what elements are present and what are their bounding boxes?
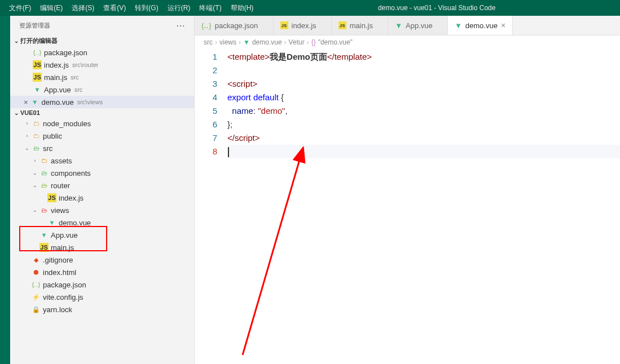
- js-icon: JS: [33, 73, 42, 82]
- breadcrumb-item[interactable]: ▼demo.vue: [243, 38, 282, 46]
- breadcrumb-label: src: [204, 38, 213, 46]
- editor-tab[interactable]: JSmain.js×: [332, 16, 388, 35]
- tree-label: .gitignore: [43, 256, 73, 264]
- breadcrumb-item[interactable]: Vetur: [289, 38, 305, 46]
- tree-label: router: [51, 181, 70, 190]
- editor-tab[interactable]: {‥}package.json×: [195, 16, 274, 35]
- line-number: 4: [195, 91, 217, 104]
- editor-tab[interactable]: ▼App.vue×: [388, 16, 448, 35]
- tree-file[interactable]: {‥}package.json: [10, 278, 194, 291]
- editor-tabs: {‥}package.json×JSindex.js×JSmain.js×▼Ap…: [195, 16, 620, 35]
- tree-folder[interactable]: ⌄🗁src: [10, 142, 194, 154]
- tree-label: demo.vue: [59, 219, 91, 227]
- tree-label: src: [43, 144, 52, 153]
- code-line[interactable]: <script>: [227, 77, 620, 91]
- code-line[interactable]: <template>我是Demo页面</template>: [227, 50, 620, 64]
- line-gutter: 12345678: [195, 49, 227, 364]
- lock-icon: 🔒: [32, 305, 41, 314]
- vue-icon: ▼: [39, 230, 49, 239]
- tree-file[interactable]: ▼demo.vue: [10, 216, 194, 229]
- js-icon: JS: [39, 243, 49, 252]
- vue-icon: ▼: [455, 21, 462, 30]
- json-icon: {‥}: [201, 21, 212, 30]
- tree-file[interactable]: JSindex.js: [10, 192, 194, 204]
- tree-file[interactable]: ▼App.vue: [10, 229, 194, 241]
- chevron-right-icon: ›: [24, 133, 30, 139]
- tree-label: index.html: [43, 268, 76, 277]
- file-path: src\views: [77, 99, 103, 105]
- tree-file[interactable]: ◆.gitignore: [10, 254, 194, 266]
- tree-folder[interactable]: ⌄🗁router: [10, 179, 194, 192]
- tree-file[interactable]: ⚡vite.config.js: [10, 291, 194, 303]
- folder-open-icon: 🗁: [39, 181, 49, 190]
- menu-select[interactable]: 选择(S): [67, 1, 99, 15]
- file-name: demo.vue: [42, 98, 74, 106]
- json-icon: {‥}: [33, 48, 42, 57]
- code-line[interactable]: };: [227, 118, 620, 131]
- tree-label: index.js: [59, 194, 83, 202]
- file-tree: ›🗀node_modules›🗀public⌄🗁src›🗀assets⌄🗁com…: [10, 117, 194, 316]
- tree-folder[interactable]: ⌄🗁views: [10, 204, 194, 216]
- activity-bar[interactable]: [0, 16, 10, 364]
- tree-file[interactable]: ⬢index.html: [10, 266, 194, 278]
- code-line[interactable]: </script>: [227, 131, 620, 145]
- code-line[interactable]: name: "demo",: [227, 104, 620, 118]
- open-editor-item[interactable]: JSmain.jssrc: [10, 71, 194, 83]
- open-editor-item[interactable]: ×▼demo.vuesrc\views: [10, 96, 194, 108]
- line-number: 3: [195, 77, 217, 91]
- sidebar-more-icon[interactable]: ⋯: [176, 20, 185, 31]
- tree-label: main.js: [51, 243, 74, 252]
- editor-tab[interactable]: ▼demo.vue×: [448, 16, 513, 35]
- editor-tab[interactable]: JSindex.js×: [274, 16, 332, 35]
- chevron-right-icon: ›: [284, 38, 287, 46]
- chevron-down-icon: ⌄: [12, 38, 20, 44]
- editor-area: {‥}package.json×JSindex.js×JSmain.js×▼Ap…: [195, 16, 620, 364]
- title-bar: 文件(F) 编辑(E) 选择(S) 查看(V) 转到(G) 运行(R) 终端(T…: [0, 0, 620, 16]
- breadcrumb-item[interactable]: {}"demo.vue": [311, 38, 353, 46]
- menu-file[interactable]: 文件(F): [5, 1, 36, 15]
- breadcrumb-item[interactable]: src: [204, 38, 213, 46]
- open-editors-header[interactable]: ⌄ 打开的编辑器: [10, 35, 194, 46]
- tree-file[interactable]: 🔒yarn.lock: [10, 303, 194, 316]
- menu-bar: 文件(F) 编辑(E) 选择(S) 查看(V) 转到(G) 运行(R) 终端(T…: [5, 1, 258, 15]
- close-icon[interactable]: ×: [501, 21, 505, 30]
- tree-folder[interactable]: ›🗀node_modules: [10, 117, 194, 130]
- line-number: 5: [195, 104, 217, 118]
- tree-label: node_modules: [43, 119, 91, 128]
- code-area[interactable]: 12345678 <template>我是Demo页面</template><s…: [195, 49, 620, 364]
- menu-help[interactable]: 帮助(H): [226, 1, 258, 15]
- breadcrumb-item[interactable]: views: [219, 38, 236, 46]
- menu-edit[interactable]: 编辑(E): [36, 1, 67, 15]
- menu-run[interactable]: 运行(R): [163, 1, 195, 15]
- file-path: src\router: [72, 61, 98, 68]
- chevron-down-icon: ⌄: [32, 207, 38, 213]
- chevron-right-icon: ›: [24, 121, 30, 126]
- js-icon: JS: [280, 21, 288, 29]
- open-editor-item[interactable]: JSindex.jssrc\router: [10, 59, 194, 71]
- code-line[interactable]: [227, 145, 620, 158]
- menu-terminal[interactable]: 终端(T): [195, 1, 226, 15]
- breadcrumb-label: "demo.vue": [318, 38, 353, 46]
- js-icon: JS: [47, 193, 56, 202]
- tree-folder[interactable]: ⌄🗁components: [10, 167, 194, 179]
- vue-icon: ▼: [243, 38, 250, 46]
- menu-goto[interactable]: 转到(G): [130, 1, 162, 15]
- folder-icon: 🗀: [32, 119, 41, 128]
- menu-view[interactable]: 查看(V): [99, 1, 130, 15]
- close-icon[interactable]: ×: [24, 98, 28, 106]
- chevron-down-icon: ⌄: [32, 170, 38, 176]
- code-lines[interactable]: <template>我是Demo页面</template><script>exp…: [227, 49, 620, 364]
- open-editor-item[interactable]: {‥}package.json: [10, 46, 194, 59]
- chevron-right-icon: ›: [215, 38, 217, 46]
- code-line[interactable]: export default {: [227, 91, 620, 104]
- tab-label: index.js: [292, 21, 316, 30]
- open-editor-item[interactable]: ▼App.vuesrc: [10, 83, 194, 96]
- code-line[interactable]: [227, 64, 620, 77]
- tree-file[interactable]: JSmain.js: [10, 241, 194, 254]
- project-header[interactable]: ⌄ VUE01: [10, 108, 194, 117]
- tree-folder[interactable]: ›🗀assets: [10, 154, 194, 167]
- tree-label: views: [51, 206, 69, 215]
- line-number: 2: [195, 64, 217, 77]
- tree-folder[interactable]: ›🗀public: [10, 130, 194, 142]
- file-path: src: [71, 74, 79, 81]
